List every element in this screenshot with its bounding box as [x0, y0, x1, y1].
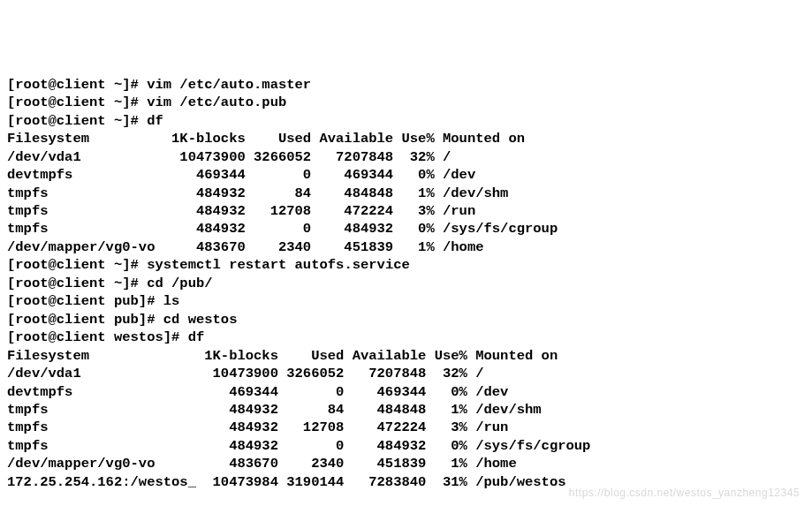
df-row: tmpfs 484932 12708 472224 3% /run [7, 203, 475, 219]
prompt: [root@client ~]# [7, 113, 147, 129]
command-text: systemctl restart autofs.service [147, 257, 410, 273]
df-row: /dev/vda1 10473900 3266052 7207848 32% / [7, 366, 484, 381]
command-text: cd westos [163, 312, 238, 328]
prompt: [root@client pub]# [7, 312, 163, 328]
df-row: 172.25.254.162:/westos_ 10473984 3190144… [7, 474, 566, 490]
command-text: df [188, 329, 205, 345]
prompt: [root@client pub]# [7, 293, 163, 309]
command-text: ls [163, 293, 180, 309]
prompt: [root@client ~]# [7, 276, 147, 291]
df-row: tmpfs 484932 84 484848 1% /dev/shm [7, 185, 508, 201]
df-row: /dev/vda1 10473900 3266052 7207848 32% / [7, 149, 451, 165]
command-text: vim /etc/auto.master [147, 77, 311, 93]
command-text: vim /etc/auto.pub [147, 94, 286, 110]
df-row: tmpfs 484932 84 484848 1% /dev/shm [7, 402, 542, 418]
terminal-output[interactable]: [root@client ~]# vim /etc/auto.master [r… [7, 76, 805, 491]
prompt: [root@client ~]# [7, 94, 147, 110]
df-row: tmpfs 484932 0 484932 0% /sys/fs/cgroup [7, 221, 558, 237]
prompt: [root@client ~]# [7, 257, 147, 273]
df-header-line: Filesystem 1K-blocks Used Available Use%… [7, 348, 558, 364]
df-row: /dev/mapper/vg0-vo 483670 2340 451839 1%… [7, 456, 517, 472]
df-row: /dev/mapper/vg0-vo 483670 2340 451839 1%… [7, 239, 484, 255]
command-text: cd /pub/ [147, 276, 212, 291]
prompt: [root@client westos]# [7, 329, 188, 345]
df-row: tmpfs 484932 12708 472224 3% /run [7, 419, 508, 435]
df-header-line: Filesystem 1K-blocks Used Available Use%… [7, 131, 525, 147]
command-text: df [147, 113, 163, 129]
df-row: devtmpfs 469344 0 469344 0% /dev [7, 384, 508, 400]
prompt: [root@client ~]# [7, 77, 147, 93]
df-row: tmpfs 484932 0 484932 0% /sys/fs/cgroup [7, 438, 590, 454]
df-row: devtmpfs 469344 0 469344 0% /dev [7, 167, 475, 183]
